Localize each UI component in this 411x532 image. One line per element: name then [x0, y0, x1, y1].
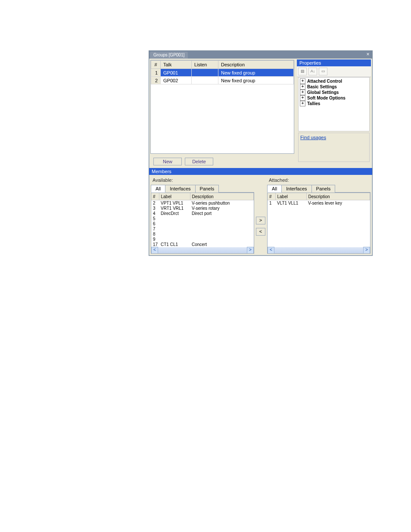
tab-panels[interactable]: Panels: [195, 185, 219, 193]
members-header: Members: [149, 168, 372, 175]
property-pages-icon[interactable]: ▭: [319, 68, 327, 75]
list-item[interactable]: 6: [151, 221, 254, 226]
attached-label: Attached:: [267, 177, 371, 184]
col-description[interactable]: Description: [218, 61, 294, 69]
attached-hscroll[interactable]: < >: [268, 247, 370, 253]
list-item[interactable]: 9: [151, 236, 254, 242]
list-item[interactable]: 5: [151, 216, 254, 221]
col-label[interactable]: Label: [159, 193, 190, 200]
tab-all[interactable]: All: [151, 185, 165, 193]
available-list[interactable]: # Label Description 2VPT1 VPL1V-series p…: [151, 193, 254, 254]
window-title-tab[interactable]: Groups [GP001]: [150, 52, 188, 59]
attached-tabs: All Interfaces Panels: [267, 184, 371, 193]
col-listen[interactable]: Listen: [192, 61, 218, 69]
list-item[interactable]: 7: [151, 226, 254, 231]
properties-toolbar: ▤ A↓ ▭: [297, 66, 371, 77]
list-item[interactable]: 1VLT1 VLL1V-series lever key: [268, 200, 370, 206]
groups-window: Groups [GP001] × # Talk Listen Descript: [149, 50, 373, 256]
properties-description: Find usages: [298, 133, 370, 162]
available-panel: Available: All Interfaces Panels # Label…: [151, 177, 254, 254]
groups-grid-header: # Talk Listen Description: [151, 61, 294, 69]
scroll-right-icon[interactable]: >: [363, 247, 370, 254]
scroll-right-icon[interactable]: >: [247, 247, 254, 254]
members-body: Available: All Interfaces Panels # Label…: [149, 175, 372, 255]
list-item[interactable]: 3VRT1 VRL1V-series rotary: [151, 205, 254, 211]
properties-tree[interactable]: +Attached Control +Basic Settings +Globa…: [298, 77, 370, 131]
move-left-button[interactable]: <: [256, 228, 265, 236]
scroll-left-icon[interactable]: <: [151, 247, 158, 254]
groups-grid[interactable]: # Talk Listen Description 1 GP001 New fi…: [150, 60, 294, 154]
properties-header: Properties: [297, 59, 371, 66]
expand-icon[interactable]: +: [300, 101, 305, 106]
col-num[interactable]: #: [151, 61, 161, 69]
alpha-sort-icon[interactable]: A↓: [308, 68, 317, 75]
list-item[interactable]: 8: [151, 231, 254, 236]
available-label: Available:: [151, 177, 254, 184]
delete-button[interactable]: Delete: [185, 158, 213, 165]
list-item[interactable]: 2VPT1 VPL1V-series pushbutton: [151, 200, 254, 206]
groups-row[interactable]: 2 GP002 New fixed group: [151, 77, 294, 84]
col-num[interactable]: #: [151, 193, 159, 200]
groups-row[interactable]: 1 GP001 New fixed group: [151, 69, 294, 77]
tab-all[interactable]: All: [267, 185, 282, 193]
available-tabs: All Interfaces Panels: [151, 184, 254, 193]
prop-group[interactable]: +Global Settings: [299, 90, 369, 95]
col-num[interactable]: #: [268, 193, 275, 200]
prop-group[interactable]: +Soft Mode Options: [299, 95, 369, 101]
expand-icon[interactable]: +: [300, 90, 305, 95]
groups-buttons: New Delete: [149, 155, 296, 168]
close-icon[interactable]: ×: [365, 52, 371, 58]
tab-interfaces[interactable]: Interfaces: [165, 185, 195, 193]
tab-panels[interactable]: Panels: [311, 185, 336, 193]
col-description[interactable]: Description: [190, 193, 254, 200]
tab-interfaces[interactable]: Interfaces: [281, 185, 311, 193]
expand-icon[interactable]: +: [300, 78, 305, 84]
expand-icon[interactable]: +: [300, 84, 305, 90]
col-talk[interactable]: Talk: [161, 61, 192, 69]
col-label[interactable]: Label: [275, 193, 306, 200]
categorized-icon[interactable]: ▤: [298, 68, 307, 75]
scroll-left-icon[interactable]: <: [268, 247, 274, 254]
title-bar: Groups [GP001] ×: [149, 51, 372, 59]
prop-group[interactable]: +Basic Settings: [299, 84, 369, 90]
expand-icon[interactable]: +: [300, 95, 305, 101]
prop-group[interactable]: +Tallies: [299, 101, 369, 106]
list-item[interactable]: 4DirecDrctDirect port: [151, 211, 254, 216]
move-buttons: > <: [256, 177, 265, 254]
attached-panel: Attached: All Interfaces Panels # Label …: [267, 177, 371, 254]
prop-group[interactable]: +Attached Control: [299, 78, 369, 84]
col-description[interactable]: Description: [306, 193, 370, 200]
properties-panel: Properties ▤ A↓ ▭ +Attached Control +Bas…: [297, 59, 371, 163]
list-item[interactable]: 17CT1 CL1Concert: [151, 242, 254, 247]
attached-list[interactable]: # Label Description 1VLT1 VLL1V-series l…: [267, 193, 371, 254]
new-button[interactable]: New: [153, 158, 182, 165]
move-right-button[interactable]: >: [256, 217, 265, 224]
find-usages-link[interactable]: Find usages: [300, 135, 326, 140]
available-hscroll[interactable]: < >: [151, 247, 254, 253]
